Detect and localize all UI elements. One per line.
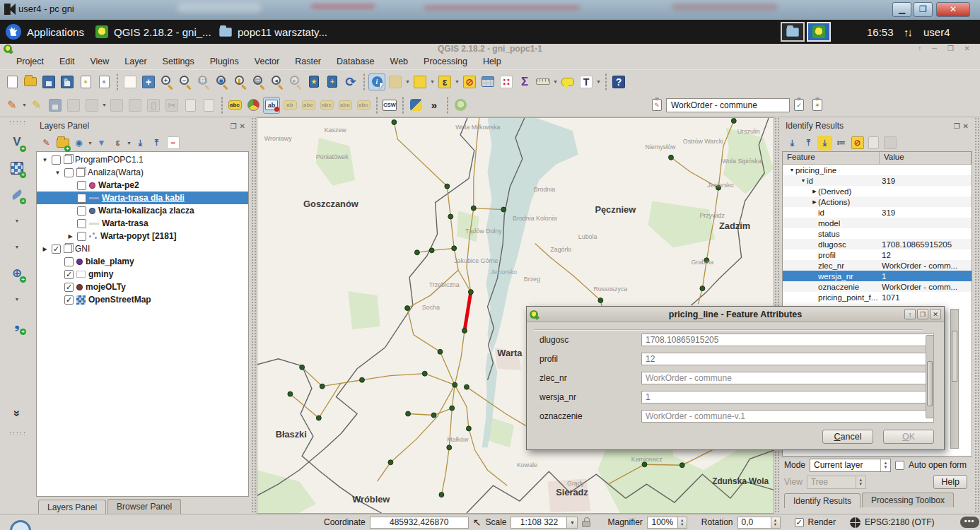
qgis-window-controls[interactable]: ↑ ─ ❐ ✕ — [918, 45, 974, 52]
measure-icon[interactable] — [535, 73, 552, 90]
save-layer-edits-icon[interactable] — [47, 97, 64, 114]
expander-icon[interactable]: ▼ — [41, 157, 49, 163]
window-maximize-button[interactable]: ❐ — [914, 2, 933, 17]
menu-edit[interactable]: Edit — [52, 55, 83, 68]
expand-tree-icon[interactable]: ⤓ — [785, 136, 800, 151]
save-project-as-icon[interactable]: ✎ — [59, 73, 76, 90]
python-console-icon[interactable] — [407, 97, 424, 114]
identify-row-pricing-point-f-[interactable]: pricing_point_f...1071 — [783, 292, 972, 302]
cancel-button[interactable]: Cancel — [822, 430, 873, 444]
highlight-pinned-labels-icon[interactable]: ab — [281, 97, 298, 114]
layer-visibility-checkbox[interactable] — [52, 155, 61, 165]
close-panel-icon[interactable]: ✕ — [963, 122, 969, 130]
dropdown-icon[interactable]: ▼ — [14, 212, 21, 229]
open-attribute-table-icon[interactable] — [479, 73, 496, 90]
identify-scrollbar[interactable] — [950, 309, 959, 449]
dialog-scrollbar[interactable] — [926, 335, 934, 418]
tab-processing-toolbox[interactable]: Processing Toolbox — [862, 493, 954, 507]
menu-web[interactable]: Web — [383, 55, 416, 68]
menu-settings[interactable]: Settings — [155, 55, 202, 68]
layer-row-gminy[interactable]: ✓gminy — [37, 268, 248, 281]
delete-selected-icon[interactable]: ▯ — [145, 97, 162, 114]
toolbar-grip[interactable] — [361, 73, 366, 90]
tab-browser-panel[interactable]: Browser Panel — [107, 499, 181, 514]
expander-icon[interactable]: ▼ — [788, 167, 795, 172]
qgis-plugin-icon[interactable] — [452, 97, 469, 114]
dropdown-icon[interactable]: ▼ — [14, 238, 21, 255]
toolbar-grip[interactable] — [115, 73, 119, 90]
toolbar-grip[interactable] — [400, 97, 405, 114]
filter-legend-icon[interactable]: ▼ — [94, 136, 109, 151]
filter-by-expression-icon[interactable]: ε — [110, 136, 125, 151]
text-annotation-icon[interactable]: T — [578, 73, 595, 90]
rotation-spinbox[interactable]: 0,0 ▲▼ — [737, 517, 781, 529]
refresh-map-icon[interactable]: ⟳ — [342, 73, 359, 90]
menu-layer[interactable]: Layer — [117, 55, 154, 68]
identify-row-id[interactable]: id319 — [783, 207, 972, 218]
expander-icon[interactable]: ▶ — [811, 199, 818, 205]
dropdown-icon[interactable]: ▼ — [14, 290, 21, 307]
profil-input[interactable] — [641, 353, 934, 365]
zlec_nr-input[interactable] — [641, 372, 934, 384]
expand-new-results-icon[interactable]: ⤓ — [817, 136, 832, 151]
dialog-restore-button[interactable]: ❐ — [917, 309, 928, 319]
toolbar-more-icon[interactable]: » — [426, 97, 443, 114]
network-traffic-icon[interactable]: ↑↓ — [904, 20, 911, 44]
expander-icon[interactable]: ▼ — [800, 178, 807, 183]
expander-icon[interactable]: ▶ — [66, 233, 74, 240]
new-project-icon[interactable] — [4, 73, 21, 90]
menu-help[interactable]: Help — [475, 55, 509, 68]
zoom-last-icon[interactable]: ◂ — [269, 73, 286, 90]
collapse-tree-icon[interactable]: ⤒ — [801, 136, 816, 151]
zoom-in-icon[interactable]: + — [158, 73, 175, 90]
layer-row-warta-trasa-dla-kabli[interactable]: Warta-trasa dla kabli — [37, 192, 248, 204]
add-vector-layer-icon[interactable]: V — [8, 134, 25, 151]
layer-row-biale-plamy[interactable]: biale_plamy — [37, 255, 248, 268]
dropdown-icon[interactable]: ▼ — [454, 73, 460, 90]
expander-icon[interactable]: ▶ — [41, 246, 49, 252]
float-panel-icon[interactable]: ❐ — [954, 122, 960, 130]
pan-to-selection-icon[interactable]: + — [140, 73, 157, 90]
layer-row-gni[interactable]: ▶✓GNI — [37, 242, 248, 255]
select-by-expression-icon[interactable]: ε — [436, 73, 453, 90]
add-wms-layer-icon[interactable]: ⊕ — [8, 264, 25, 281]
layer-visibility-checkbox[interactable]: ✓ — [64, 283, 74, 292]
taskbar-item-qgis[interactable]: QGIS 2.18.2 - gni_... — [95, 20, 211, 44]
layer-visibility-checkbox[interactable]: ✓ — [64, 270, 74, 279]
pin-labels-icon[interactable]: ab — [263, 97, 280, 114]
toggle-editing-icon[interactable]: ✎ — [28, 97, 45, 114]
identify-row-model[interactable]: model — [783, 218, 972, 228]
form-view-icon[interactable]: ≔ — [834, 136, 848, 151]
wersja_nr-input[interactable] — [641, 391, 934, 404]
toolbar-grip[interactable] — [445, 97, 450, 114]
copy-features-icon[interactable] — [182, 97, 199, 114]
collapse-all-icon[interactable]: ⤒ — [149, 136, 164, 151]
menu-vector[interactable]: Vector — [247, 55, 287, 68]
zoom-next-icon[interactable]: ▸ — [287, 73, 304, 90]
manage-visibility-icon[interactable]: ◉ — [71, 136, 86, 151]
layer-visibility-checkbox[interactable]: ✓ — [52, 245, 61, 254]
identify-features-icon[interactable]: i — [368, 73, 385, 90]
window-edge-grip[interactable] — [974, 117, 980, 514]
crs-status[interactable]: EPSG:2180 (OTF) — [865, 517, 935, 527]
expander-icon[interactable]: ▼ — [54, 170, 62, 176]
quicklaunch-qgis-button[interactable] — [807, 22, 831, 42]
dialog-close-button[interactable]: ✕ — [930, 309, 941, 319]
mouse-position-toggle-icon[interactable]: ↖ — [473, 517, 482, 528]
column-feature[interactable]: Feature — [783, 152, 880, 164]
toolbar-grip[interactable] — [219, 97, 224, 114]
change-label-icon[interactable]: abc — [355, 97, 372, 114]
layer-visibility-checkbox[interactable] — [77, 194, 86, 203]
workorder-combo[interactable]: WorkOrder - commune — [666, 98, 790, 112]
select-features-icon[interactable] — [412, 73, 428, 90]
layer-visibility-checkbox[interactable] — [64, 168, 74, 177]
current-edits-icon[interactable]: ✎ — [4, 97, 21, 114]
scale-combobox[interactable]: 1:108 322 ▼ — [511, 517, 578, 529]
scale-lock-icon[interactable] — [582, 521, 590, 527]
float-panel-icon[interactable]: ❐ — [231, 122, 237, 130]
menu-database[interactable]: Database — [329, 55, 383, 68]
move-label-icon[interactable]: abc — [318, 97, 335, 114]
add-delimited-text-layer-icon[interactable] — [8, 186, 25, 203]
zoom-native-icon[interactable]: 1:1 — [195, 73, 212, 90]
mode-combobox[interactable]: Current layer ▲▼ — [810, 459, 891, 472]
